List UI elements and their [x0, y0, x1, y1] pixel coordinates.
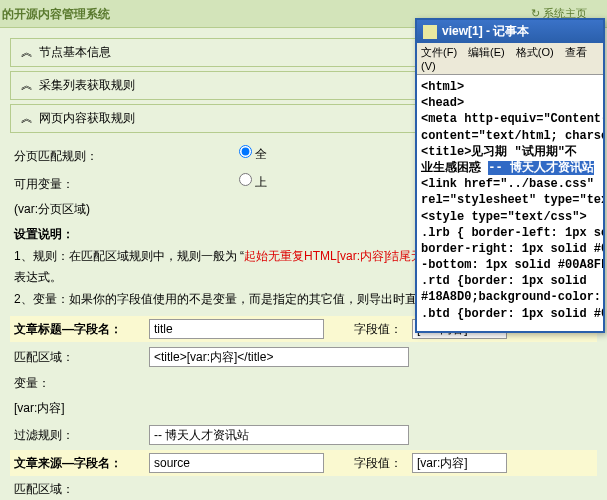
- menu-format[interactable]: 格式(O): [516, 46, 554, 58]
- app-title: 的开源内容管理系统: [2, 6, 110, 23]
- chevron-up-icon: ︽: [21, 111, 33, 125]
- menu-file[interactable]: 文件(F): [421, 46, 457, 58]
- notepad-menubar: 文件(F) 编辑(E) 格式(O) 查看(V): [417, 43, 603, 75]
- radio-all[interactable]: [239, 145, 252, 158]
- title-field-name-input[interactable]: [149, 319, 324, 339]
- radio-up[interactable]: [239, 173, 252, 186]
- match-area-input[interactable]: [149, 347, 409, 367]
- field-value-label: 字段值：: [354, 455, 402, 472]
- var-content-label: [var:内容]: [14, 400, 149, 417]
- notepad-titlebar[interactable]: view[1] - 记事本: [417, 20, 603, 43]
- selected-text: -- 博天人才资讯站: [488, 161, 594, 175]
- filter-rule-input[interactable]: [149, 425, 409, 445]
- paging-rule-label: 分页匹配规则：: [14, 148, 99, 165]
- notepad-content[interactable]: <html><head><meta http-equiv="Content-Tc…: [417, 75, 603, 326]
- title-field-label: 文章标题—字段名：: [14, 321, 149, 338]
- variable-label: 变量：: [14, 375, 149, 392]
- chevron-up-icon: ︽: [21, 78, 33, 92]
- source-field-label: 文章来源—字段名：: [14, 455, 149, 472]
- source-field-name-input[interactable]: [149, 453, 324, 473]
- menu-edit[interactable]: 编辑(E): [468, 46, 505, 58]
- available-var-label: 可用变量：: [14, 176, 99, 193]
- settings-title: 设置说明：: [14, 224, 99, 246]
- filter-rule-label: 过滤规则：: [14, 427, 149, 444]
- chevron-up-icon: ︽: [21, 45, 33, 59]
- notepad-icon: [423, 25, 437, 39]
- match-area-label-2: 匹配区域：: [14, 481, 149, 498]
- source-field-value-input[interactable]: [412, 453, 507, 473]
- match-area-label: 匹配区域：: [14, 349, 149, 366]
- var-area-value: (var:分页区域): [14, 201, 99, 218]
- field-value-label: 字段值：: [354, 321, 402, 338]
- notepad-window[interactable]: view[1] - 记事本 文件(F) 编辑(E) 格式(O) 查看(V) <h…: [415, 18, 605, 333]
